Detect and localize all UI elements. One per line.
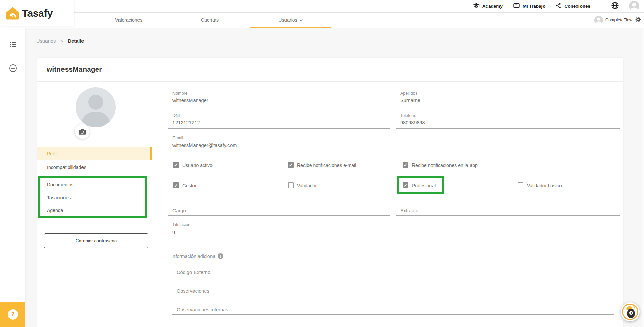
field-cargo[interactable]: Cargo: [168, 208, 390, 216]
header-separator: [601, 0, 601, 12]
field-codigo-externo[interactable]: Código Externo: [172, 270, 390, 277]
conexiones-link[interactable]: Conexiones: [555, 2, 590, 10]
workspace-name: CompleteFlow: [605, 18, 632, 22]
workspace-switcher[interactable]: CompleteFlow: [594, 12, 641, 28]
divider: [37, 81, 623, 82]
change-password-button[interactable]: Cambiar contraseña: [44, 233, 148, 248]
annotation-box-sidebar: Documentos Tasaciones Agenda: [38, 176, 147, 218]
upload-photo-button[interactable]: [75, 124, 90, 139]
info-icon[interactable]: i: [218, 253, 223, 259]
add-button[interactable]: [9, 64, 17, 72]
header-shadow: [0, 28, 644, 28]
mi-trabajo-label: Mi Trabajo: [523, 4, 546, 9]
tab-valoraciones[interactable]: Valoraciones: [88, 12, 169, 28]
brand-logo[interactable]: Tasafy: [0, 0, 74, 26]
tab-cuentas[interactable]: Cuentas: [169, 12, 251, 28]
main-tabs: Valoraciones Cuentas Usuarios: [88, 12, 331, 28]
field-dni[interactable]: DNI 1212121212: [168, 113, 390, 129]
menu-item-documentos[interactable]: Documentos: [40, 178, 145, 191]
workspace-avatar: [594, 16, 603, 24]
tab-usuarios[interactable]: Usuarios: [250, 12, 331, 28]
brand-name: Tasafy: [22, 7, 53, 19]
menu-item-agenda[interactable]: Agenda: [40, 205, 145, 216]
field-telefono[interactable]: Teléfono 980989898: [396, 113, 620, 129]
work-list-icon: [513, 2, 520, 10]
header: Academy Mi Trabajo Conexiones: [0, 0, 644, 28]
share-icon: [555, 2, 562, 10]
checkbox-box[interactable]: [288, 182, 294, 188]
divider: [153, 81, 153, 327]
breadcrumb-detalle: Detalle: [68, 38, 84, 44]
profile-menu: Perfil Incompatibilidades Documentos Tas…: [37, 147, 153, 218]
house-logo-icon: [5, 6, 20, 20]
checkbox-box[interactable]: [288, 162, 294, 168]
checkbox-gestor[interactable]: Gestor: [173, 182, 197, 188]
checkbox-box[interactable]: [173, 162, 179, 168]
checkbox-usuario-activo[interactable]: Usuario activo: [173, 162, 213, 168]
user-avatar[interactable]: [629, 1, 639, 11]
gear-icon[interactable]: [635, 16, 641, 24]
profile-photo-placeholder: [76, 87, 116, 127]
page-title: witnessManager: [47, 65, 102, 73]
checkbox-box[interactable]: [518, 182, 523, 188]
academy-icon: [473, 2, 480, 10]
checkbox-box[interactable]: [173, 182, 179, 188]
checkbox-validador-basico[interactable]: Validador básico: [518, 182, 562, 188]
checkbox-box[interactable]: [403, 162, 408, 168]
checkbox-notificaciones-app[interactable]: Recibe notificaciones en la app: [403, 162, 478, 168]
field-observaciones[interactable]: Observaciones: [172, 288, 614, 296]
owl-mascot-icon: ?: [622, 304, 638, 320]
academy-link[interactable]: Academy: [473, 2, 503, 10]
header-menu: Academy Mi Trabajo Conexiones: [473, 0, 639, 12]
language-button[interactable]: [611, 2, 619, 11]
mi-trabajo-link[interactable]: Mi Trabajo: [513, 2, 546, 10]
academy-label: Academy: [482, 4, 503, 9]
camera-icon: [79, 129, 86, 135]
menu-item-perfil[interactable]: Perfil: [37, 147, 150, 160]
section-informacion-adicional: Información adicional i: [171, 253, 223, 259]
checkbox-profesional[interactable]: Profesional: [403, 182, 436, 188]
chat-widget-button[interactable]: ?: [621, 302, 640, 321]
left-rail: [0, 26, 25, 302]
field-titulacion[interactable]: Titulación q: [168, 222, 390, 237]
field-extracto[interactable]: Extracto: [396, 208, 620, 216]
conexiones-label: Conexiones: [564, 4, 590, 9]
checkbox-validador[interactable]: Validador: [288, 182, 317, 188]
question-mark-icon: ?: [8, 309, 18, 320]
help-button[interactable]: ?: [0, 302, 25, 327]
breadcrumb-separator: >: [60, 39, 63, 44]
field-email[interactable]: Email witnessManager@tasafy.com: [168, 136, 390, 151]
globe-icon: [611, 2, 619, 11]
breadcrumb-usuarios[interactable]: Usuarios: [36, 38, 56, 44]
field-apellidos[interactable]: Apellidos Surname: [396, 91, 620, 106]
breadcrumb: Usuarios > Detalle: [36, 38, 84, 44]
field-observaciones-internas[interactable]: Observaciones internas: [172, 307, 614, 315]
field-nombre[interactable]: Nombre witnessManager: [168, 91, 390, 106]
menu-item-tasaciones[interactable]: Tasaciones: [40, 191, 145, 205]
scrollbar[interactable]: [642, 28, 644, 327]
menu-list-icon[interactable]: [9, 41, 17, 49]
checkbox-notificaciones-email[interactable]: Recibe notificaciones e-mail: [288, 162, 356, 168]
chevron-down-icon: [299, 17, 303, 23]
menu-item-incompatibilidades[interactable]: Incompatibilidades: [37, 160, 150, 174]
checkbox-box[interactable]: [403, 182, 408, 188]
